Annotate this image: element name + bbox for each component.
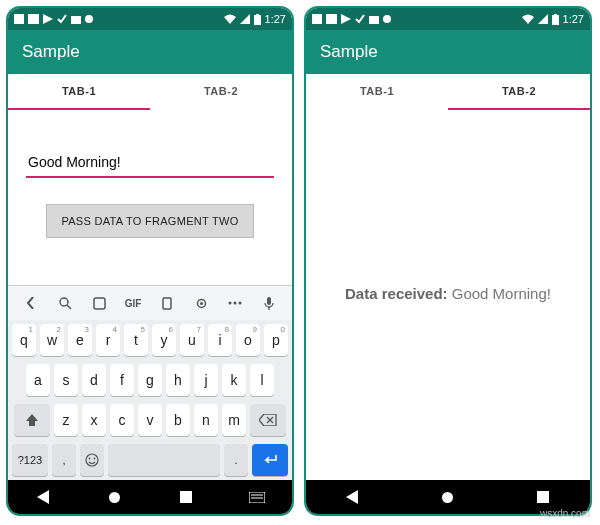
pass-data-button[interactable]: PASS DATA TO FRAGMENT TWO: [46, 204, 253, 238]
mic-icon[interactable]: [252, 297, 286, 310]
nav-home[interactable]: [434, 487, 462, 507]
key-s[interactable]: s: [54, 364, 78, 396]
space-key[interactable]: [108, 444, 220, 476]
tab-2[interactable]: TAB-2: [150, 74, 292, 110]
sticker-icon[interactable]: [82, 297, 116, 310]
nav-recent[interactable]: [529, 487, 557, 507]
emoji-key[interactable]: [80, 444, 104, 476]
search-icon[interactable]: [48, 297, 82, 310]
key-h[interactable]: h: [166, 364, 190, 396]
app-title: Sample: [8, 30, 292, 74]
enter-key[interactable]: [252, 444, 288, 476]
tab-label: TAB-1: [62, 85, 96, 97]
key-e[interactable]: e3: [68, 324, 92, 356]
backspace-icon: [259, 414, 277, 426]
status-bar: 1:27: [8, 8, 292, 30]
nav-back[interactable]: [30, 487, 58, 507]
svg-point-14: [229, 302, 232, 305]
square-icon: [14, 14, 24, 24]
svg-marker-38: [346, 490, 358, 504]
dot-icon: [383, 15, 391, 23]
nav-recent[interactable]: [172, 487, 200, 507]
chevron-left-icon[interactable]: [14, 297, 48, 309]
svg-rect-1: [28, 14, 39, 24]
square-icon: [312, 14, 322, 24]
enter-icon: [262, 454, 278, 466]
calendar-icon: [369, 14, 379, 24]
key-t[interactable]: t5: [124, 324, 148, 356]
nav-back[interactable]: [339, 487, 367, 507]
message-icon: [28, 14, 39, 24]
key-a[interactable]: a: [26, 364, 50, 396]
svg-point-22: [89, 458, 91, 460]
key-k[interactable]: k: [222, 364, 246, 396]
calendar-icon: [71, 14, 81, 24]
svg-line-9: [67, 305, 71, 309]
key-q[interactable]: q1: [12, 324, 36, 356]
key-m[interactable]: m: [222, 404, 246, 436]
svg-marker-2: [43, 14, 53, 24]
key-p[interactable]: p0: [264, 324, 288, 356]
message-input[interactable]: [26, 148, 274, 178]
clock: 1:27: [265, 13, 286, 25]
key-r[interactable]: r4: [96, 324, 120, 356]
key-d[interactable]: d: [82, 364, 106, 396]
svg-point-16: [239, 302, 242, 305]
cell-icon: [538, 14, 548, 24]
svg-rect-36: [552, 15, 559, 25]
device-right: 1:27 Sample TAB-1 TAB-2 Data received: G…: [304, 6, 592, 516]
play-icon: [341, 14, 351, 24]
svg-rect-33: [369, 16, 379, 24]
shift-key[interactable]: [14, 404, 50, 436]
status-left: [14, 14, 93, 24]
nav-ime[interactable]: [243, 487, 271, 507]
symbols-key[interactable]: ?123: [12, 444, 48, 476]
backspace-key[interactable]: [250, 404, 286, 436]
svg-point-15: [234, 302, 237, 305]
key-n[interactable]: n: [194, 404, 218, 436]
tab-1[interactable]: TAB-1: [306, 74, 448, 110]
tab-label: TAB-1: [360, 85, 394, 97]
svg-rect-10: [94, 298, 105, 309]
svg-point-23: [94, 458, 96, 460]
soft-keyboard: GIF q1w2e3r4t5y6u7i8o9p0 asdfghjkl zxcvb…: [8, 285, 292, 480]
received-prefix: Data received:: [345, 285, 452, 302]
period-key[interactable]: .: [224, 444, 248, 476]
svg-marker-32: [341, 14, 351, 24]
key-l[interactable]: l: [250, 364, 274, 396]
battery-icon: [552, 14, 559, 25]
key-f[interactable]: f: [110, 364, 134, 396]
key-j[interactable]: j: [194, 364, 218, 396]
svg-point-21: [86, 454, 98, 466]
more-icon[interactable]: [218, 301, 252, 305]
key-z[interactable]: z: [54, 404, 78, 436]
svg-rect-30: [312, 14, 322, 24]
svg-rect-40: [537, 491, 549, 503]
key-i[interactable]: i8: [208, 324, 232, 356]
cell-icon: [240, 14, 250, 24]
gear-icon[interactable]: [184, 297, 218, 310]
comma-key[interactable]: ,: [52, 444, 76, 476]
svg-point-34: [383, 15, 391, 23]
key-o[interactable]: o9: [236, 324, 260, 356]
key-v[interactable]: v: [138, 404, 162, 436]
key-y[interactable]: y6: [152, 324, 176, 356]
message-icon: [326, 14, 337, 24]
tab-2[interactable]: TAB-2: [448, 74, 590, 110]
clipboard-icon[interactable]: [150, 297, 184, 310]
svg-point-39: [442, 492, 453, 503]
tab-1[interactable]: TAB-1: [8, 74, 150, 110]
nav-home[interactable]: [101, 487, 129, 507]
svg-rect-11: [163, 298, 171, 309]
key-w[interactable]: w2: [40, 324, 64, 356]
key-x[interactable]: x: [82, 404, 106, 436]
svg-marker-35: [538, 14, 548, 24]
key-c[interactable]: c: [110, 404, 134, 436]
key-g[interactable]: g: [138, 364, 162, 396]
gif-icon[interactable]: GIF: [116, 298, 150, 309]
key-b[interactable]: b: [166, 404, 190, 436]
svg-marker-5: [240, 14, 250, 24]
battery-icon: [254, 14, 261, 25]
key-u[interactable]: u7: [180, 324, 204, 356]
svg-rect-6: [254, 15, 261, 25]
